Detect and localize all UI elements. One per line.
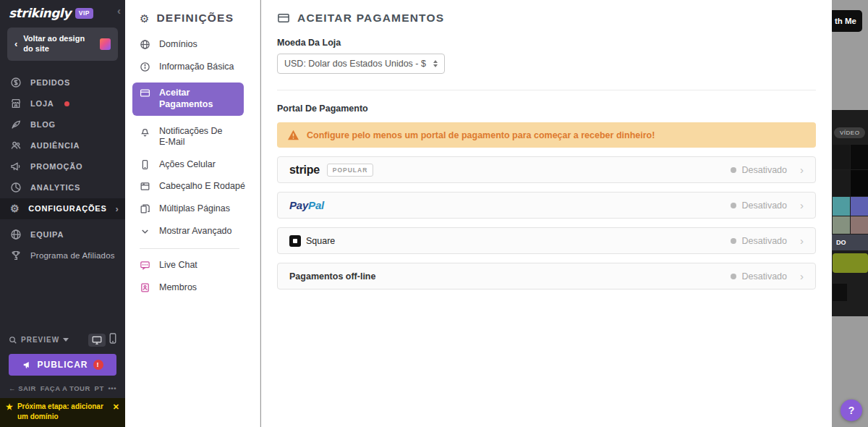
color-swatch[interactable]	[851, 216, 868, 234]
sidebar-item-analytics[interactable]: ANALYTICS	[0, 177, 125, 198]
gateway-row-square[interactable]: Square Desativado ›	[277, 227, 816, 254]
device-toggle	[88, 333, 116, 347]
sidebar-item-label: PROMOÇÃO	[30, 162, 82, 171]
preview-controls: PREVIEW	[0, 333, 125, 347]
settings-item-label: Live Chat	[159, 260, 197, 271]
selected-label-partial: DO	[832, 234, 868, 250]
publish-button[interactable]: PUBLICAR !	[9, 354, 116, 376]
gateway-row-paypal[interactable]: PayPal Desativado ›	[277, 192, 816, 219]
settings-item-label: Informação Básica	[159, 62, 234, 73]
chevron-right-icon: ›	[800, 164, 804, 176]
close-icon[interactable]: ✕	[113, 402, 119, 413]
offline-payments-label: Pagamentos off-line	[289, 271, 375, 282]
sidebar-item-label: Programa de Afiliados	[30, 251, 115, 260]
notice-text: Próxima etapa: adicionar um domínio	[17, 402, 109, 421]
app-sidebar: strikingly VIP ‹ ‹ Voltar ao design do s…	[0, 0, 125, 427]
logo-row: strikingly VIP ‹	[0, 0, 125, 20]
settings-item-acoes-celular[interactable]: Ações Celular	[140, 159, 247, 171]
sidebar-item-loja[interactable]: LOJA	[0, 93, 125, 114]
settings-item-informacao-basica[interactable]: Informação Básica	[140, 62, 247, 73]
sidebar-item-programa-afiliados[interactable]: Programa de Afiliados	[0, 245, 125, 266]
desktop-preview-button[interactable]	[88, 334, 106, 347]
dark-swatch[interactable]	[833, 284, 847, 301]
settings-item-cabecalho-rodape[interactable]: Cabeçalho E Rodapé	[140, 181, 247, 193]
logout-link[interactable]: ← SAIR	[9, 384, 36, 392]
settings-divider	[140, 248, 239, 249]
settings-item-label: Aceitar Pagamentos	[159, 88, 237, 110]
color-swatch[interactable]	[833, 216, 850, 234]
star-icon: ★	[6, 402, 13, 413]
settings-item-membros[interactable]: Membros	[140, 282, 247, 294]
sidebar-collapse-icon[interactable]: ‹	[117, 4, 121, 17]
paypal-logo-pay: Pay	[289, 199, 308, 211]
status-dot-icon	[731, 274, 736, 279]
settings-item-mostrar-avancado[interactable]: Mostrar Avançado	[140, 226, 247, 237]
gear-icon: ⚙	[140, 13, 149, 24]
color-swatch[interactable]	[833, 197, 850, 216]
strikingly-logo: strikingly	[9, 6, 71, 20]
settings-item-label: Notificações De E-Mail	[159, 126, 228, 148]
bell-icon	[140, 126, 150, 137]
settings-item-live-chat[interactable]: Live Chat	[140, 260, 247, 271]
globe-icon	[10, 229, 22, 240]
sidebar-item-label: ANALYTICS	[30, 183, 80, 192]
mobile-icon	[140, 159, 150, 170]
back-to-design-button[interactable]: ‹ Voltar ao design do site	[7, 28, 118, 61]
chevron-right-icon: ›	[800, 270, 804, 282]
currency-select[interactable]: USD: Dolar dos Estados Unidos - $	[277, 54, 445, 74]
pages-icon	[140, 203, 150, 214]
settings-item-aceitar-pagamentos[interactable]: Aceitar Pagamentos	[132, 83, 244, 115]
sidebar-item-equipa[interactable]: EQUIPA	[0, 224, 125, 245]
caret-down-icon	[63, 338, 69, 344]
chevron-down-icon	[140, 226, 150, 237]
settings-item-multiplas-paginas[interactable]: Múltiplas Páginas	[140, 203, 247, 215]
more-menu-icon[interactable]: •••	[109, 384, 116, 392]
vip-badge: VIP	[75, 8, 93, 19]
status-text: Desativado	[741, 165, 787, 175]
gateway-status: Desativado ›	[731, 234, 804, 247]
settings-item-dominios[interactable]: Domínios	[140, 39, 247, 51]
credit-card-icon	[140, 88, 150, 98]
sidebar-item-blog[interactable]: BLOG	[0, 114, 125, 135]
language-selector[interactable]: PT	[95, 384, 104, 392]
color-swatch[interactable]	[851, 145, 868, 169]
select-stepper-icon	[433, 58, 438, 69]
sidebar-item-promocao[interactable]: PROMOÇÃO	[0, 156, 125, 177]
mobile-preview-button[interactable]	[109, 333, 116, 347]
sidebar-item-audiencia[interactable]: AUDIÊNCIA	[0, 135, 125, 156]
color-swatch[interactable]	[833, 170, 850, 196]
color-swatch[interactable]	[851, 197, 868, 216]
color-swatch[interactable]	[833, 145, 850, 169]
settings-item-notificacoes-email[interactable]: Notificações De E-Mail	[140, 126, 247, 148]
chevron-right-icon: ›	[800, 199, 804, 211]
settings-header: ⚙ DEFINIÇÕES	[140, 12, 247, 25]
chevron-left-icon: ‹	[14, 38, 17, 49]
nav-divider-gap	[0, 219, 125, 224]
gateway-row-stripe[interactable]: stripe POPULAR Desativado ›	[277, 156, 816, 183]
store-icon	[10, 98, 22, 109]
gear-icon: ⚙	[10, 203, 20, 214]
video-tab[interactable]: VÍDEO	[834, 127, 865, 138]
sidebar-item-pedidos[interactable]: PEDIDOS	[0, 72, 125, 93]
color-swatch[interactable]	[851, 170, 868, 196]
trophy-icon	[10, 250, 22, 261]
publish-label: PUBLICAR	[38, 360, 88, 370]
quill-icon	[10, 119, 22, 130]
help-button[interactable]: ?	[841, 399, 862, 421]
chat-icon	[140, 260, 150, 271]
sidebar-item-configuracoes[interactable]: ⚙ CONFIGURAÇÕES ›	[0, 198, 125, 219]
publish-alert-badge: !	[93, 360, 103, 370]
currency-value: USD: Dolar dos Estados Unidos - $	[284, 59, 426, 69]
sidebar-item-label: CONFIGURAÇÕES	[28, 204, 106, 213]
site-cta-button-partial[interactable]: th Me	[829, 10, 862, 32]
tour-link[interactable]: FAÇA A TOUR	[41, 384, 90, 392]
section-divider	[277, 90, 816, 90]
theme-color-button[interactable]	[833, 253, 868, 273]
paypal-logo: PayPal	[289, 199, 324, 211]
header-footer-icon	[140, 181, 150, 192]
gateway-row-offline[interactable]: Pagamentos off-line Desativado ›	[277, 263, 816, 289]
preview-label[interactable]: PREVIEW	[21, 336, 59, 344]
audience-icon	[10, 140, 22, 151]
square-mark-icon	[289, 235, 301, 247]
sidebar-spacer	[0, 266, 125, 334]
